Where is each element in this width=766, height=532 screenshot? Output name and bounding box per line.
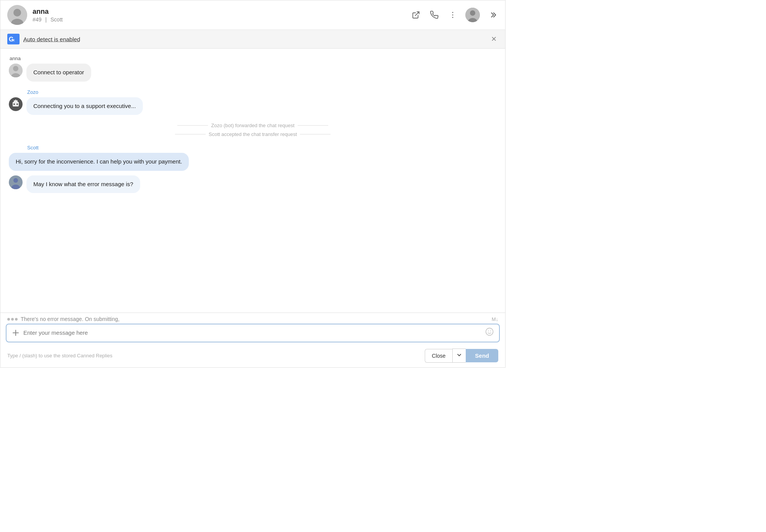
header-info: anna #49 | Scott <box>33 8 410 23</box>
translate-text: Auto detect is enabled <box>23 36 489 43</box>
header-meta: #49 | Scott <box>33 16 410 23</box>
svg-point-6 <box>452 17 453 18</box>
plus-icon <box>12 329 20 337</box>
svg-line-3 <box>415 12 419 16</box>
svg-point-19 <box>16 103 18 105</box>
ticket-id: #49 <box>33 16 41 23</box>
close-dropdown-button[interactable] <box>452 349 466 363</box>
zozo-label: Zozo <box>27 89 497 95</box>
typing-dot-3 <box>15 318 18 321</box>
agent-avatar[interactable] <box>465 8 480 22</box>
system-message-1: Zozo (bot) forwarded the chat request <box>9 123 497 128</box>
attach-button[interactable] <box>12 329 20 337</box>
more-options-icon <box>448 11 457 19</box>
scott-user-avatar <box>9 175 23 189</box>
chat-header: anna #49 | Scott <box>0 0 505 30</box>
user-message-avatar <box>9 64 23 77</box>
user-message-row: Connect to operator <box>9 64 497 82</box>
system-message-1-text: Zozo (bot) forwarded the chat request <box>211 123 295 128</box>
markdown-icon[interactable]: M↓ <box>492 316 498 322</box>
scott-user-message-row: May I know what the error message is? <box>9 175 497 193</box>
chevron-right-icon <box>488 11 497 19</box>
phone-icon <box>430 11 439 19</box>
system-message-2: Scott accepted the chat transfer request <box>9 131 497 137</box>
agent-name: Scott <box>51 16 63 23</box>
svg-point-8 <box>470 10 475 16</box>
bot-message-bubble: Connecting you to a support executive... <box>26 97 143 115</box>
system-message-2-text: Scott accepted the chat transfer request <box>209 131 297 137</box>
emoji-icon <box>485 327 494 336</box>
header-actions <box>410 8 498 22</box>
bot-message-avatar <box>9 97 23 111</box>
close-send-group: Close Send <box>425 349 498 363</box>
agent-message-row: Hi, sorry for the inconvenience. I can h… <box>9 153 497 171</box>
svg-point-14 <box>13 66 18 71</box>
input-box <box>6 324 500 342</box>
translate-bar: G x Auto detect is enabled ✕ <box>0 30 505 49</box>
svg-rect-21 <box>15 100 16 101</box>
phone-button[interactable] <box>429 9 440 21</box>
typing-dot-1 <box>7 318 10 321</box>
user-avatar <box>7 5 27 25</box>
typing-dot-2 <box>11 318 14 321</box>
svg-point-5 <box>452 15 453 16</box>
scott-label: Scott <box>27 145 497 151</box>
canned-hint: Type / (slash) to use the stored Canned … <box>7 353 425 358</box>
bot-message-row: Connecting you to a support executive... <box>9 97 497 115</box>
agent-message-bubble: Hi, sorry for the inconvenience. I can h… <box>9 153 189 171</box>
chevron-down-icon <box>457 352 462 358</box>
typing-preview-text: There's no error message. On submitting, <box>21 316 489 322</box>
close-button[interactable]: Close <box>425 349 453 363</box>
message-input[interactable] <box>23 329 481 336</box>
chat-area: anna Connect to operator Zozo Connect <box>0 49 505 313</box>
user-message-bubble: Connect to operator <box>26 64 91 82</box>
user-message-sender: anna <box>10 56 497 61</box>
user-name: anna <box>33 8 410 16</box>
input-area: There's no error message. On submitting,… <box>0 313 505 367</box>
svg-point-4 <box>452 12 453 13</box>
external-link-button[interactable] <box>410 9 422 21</box>
translate-close-button[interactable]: ✕ <box>489 35 498 43</box>
svg-point-1 <box>13 9 21 16</box>
translate-icon-wrapper: G x <box>7 34 20 44</box>
svg-text:x: x <box>13 38 15 42</box>
more-options-button[interactable] <box>447 9 458 21</box>
svg-point-27 <box>486 328 493 336</box>
google-translate-icon: G x <box>7 34 20 44</box>
svg-point-29 <box>490 331 491 331</box>
svg-point-28 <box>488 331 489 331</box>
send-button[interactable]: Send <box>466 349 498 362</box>
emoji-button[interactable] <box>485 327 494 338</box>
typing-indicator <box>7 318 18 321</box>
external-link-icon <box>412 11 420 19</box>
chevron-right-button[interactable] <box>487 9 498 21</box>
svg-point-23 <box>13 178 18 183</box>
typing-preview: There's no error message. On submitting,… <box>0 313 505 324</box>
footer-bar: Type / (slash) to use the stored Canned … <box>0 345 505 367</box>
scott-user-message-bubble: May I know what the error message is? <box>26 175 140 193</box>
svg-point-18 <box>13 103 15 105</box>
